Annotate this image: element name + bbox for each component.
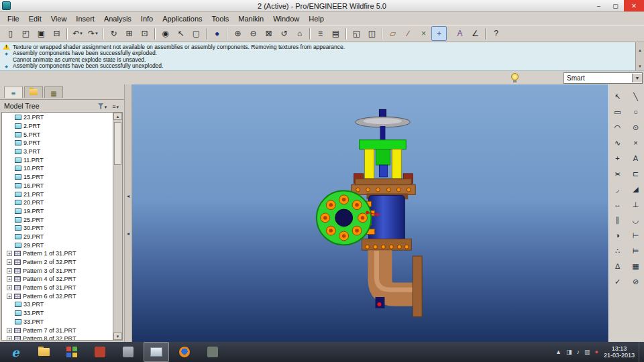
hint-bulb-icon[interactable] bbox=[511, 73, 519, 82]
save-button[interactable]: ▣ bbox=[34, 26, 49, 41]
menu-info[interactable]: Info bbox=[136, 14, 158, 23]
taskbar-proe-active[interactable] bbox=[144, 342, 169, 362]
collapse-panel-icon[interactable] bbox=[127, 226, 129, 238]
tree-item[interactable]: 23.PRT bbox=[2, 113, 113, 122]
line-button[interactable]: ╲ bbox=[628, 90, 643, 103]
tree-item[interactable]: 33.PRT bbox=[2, 300, 113, 309]
annotations-button[interactable]: A bbox=[452, 26, 468, 41]
parallel-button[interactable]: ∥ bbox=[610, 213, 625, 227]
tree-item[interactable]: 2.PRT bbox=[2, 122, 113, 131]
tree-item[interactable]: 5.PRT bbox=[2, 130, 113, 139]
tree-item[interactable]: 11.PRT bbox=[2, 156, 113, 164]
tree-item[interactable]: 20.PRT bbox=[2, 198, 113, 207]
tray-device-icon[interactable]: ◨ bbox=[566, 349, 572, 355]
expand-icon[interactable]: + bbox=[7, 251, 12, 256]
message-scrollbar[interactable] bbox=[635, 42, 644, 70]
selection-filter-dropdown[interactable]: Smart bbox=[564, 72, 643, 84]
constraints-button[interactable]: ⊨ bbox=[628, 244, 643, 257]
trim-button[interactable]: ⊢ bbox=[628, 229, 643, 242]
chamfer-button[interactable]: ◢ bbox=[628, 182, 643, 196]
valve-assembly-model[interactable] bbox=[132, 84, 608, 342]
close-button[interactable] bbox=[624, 0, 644, 11]
shaded-view-button[interactable]: ● bbox=[209, 26, 225, 41]
expand-icon[interactable]: + bbox=[7, 294, 12, 299]
tree-item[interactable]: 19.PRT bbox=[2, 207, 113, 216]
taskbar-app-gray[interactable] bbox=[200, 342, 225, 362]
open-file-button[interactable]: ◰ bbox=[18, 26, 34, 41]
coordinate-system-button[interactable]: + bbox=[610, 152, 625, 165]
taskbar-ie-browser[interactable] bbox=[3, 342, 28, 362]
valve-yoke[interactable] bbox=[360, 140, 407, 179]
scroll-up-icon[interactable] bbox=[638, 42, 642, 54]
menu-file[interactable]: File bbox=[3, 14, 24, 23]
scroll-down-icon[interactable] bbox=[638, 58, 642, 70]
tree-item[interactable]: 9.PRT bbox=[2, 139, 113, 147]
menu-help[interactable]: Help bbox=[304, 14, 329, 23]
taskbar-file-explorer[interactable] bbox=[31, 342, 56, 362]
tray-alert-icon[interactable]: ● bbox=[595, 349, 598, 355]
offset-button[interactable]: ≍ bbox=[610, 167, 625, 180]
tree-item[interactable]: +Pattern 3 of 31.PRT bbox=[2, 266, 113, 275]
rectangle-button[interactable]: ▭ bbox=[610, 105, 625, 119]
undo-button[interactable]: ↶▾ bbox=[70, 26, 85, 41]
regenerate-button[interactable]: ↻ bbox=[106, 26, 121, 41]
tree-item[interactable]: +Pattern 5 of 31.PRT bbox=[2, 284, 113, 292]
datum-axes-button[interactable]: ∕ bbox=[400, 26, 416, 41]
refit-button[interactable]: ⊠ bbox=[261, 26, 276, 41]
valve-handwheel[interactable] bbox=[356, 109, 411, 141]
paste-button[interactable]: ⊡ bbox=[137, 26, 152, 41]
context-help-button[interactable]: ? bbox=[488, 26, 504, 41]
tree-item[interactable]: 3.PRT bbox=[2, 147, 113, 156]
tangent-button[interactable]: ◡ bbox=[628, 213, 643, 227]
taskbar-app-red[interactable] bbox=[87, 342, 113, 362]
quit-button[interactable]: ⊘ bbox=[628, 275, 643, 288]
sketcher-button[interactable]: ∠ bbox=[468, 26, 483, 41]
expand-icon[interactable]: + bbox=[7, 285, 12, 290]
menu-window[interactable]: Window bbox=[268, 14, 304, 23]
menu-tools[interactable]: Tools bbox=[207, 14, 234, 23]
scroll-up-icon[interactable] bbox=[113, 113, 122, 120]
taskbar-app-tiles[interactable] bbox=[59, 342, 85, 362]
view-manager-button[interactable]: ▤ bbox=[328, 26, 343, 41]
maximize-button[interactable] bbox=[607, 0, 624, 11]
tree-item[interactable]: +Pattern 4 of 32.PRT bbox=[2, 275, 113, 284]
tree-item[interactable]: 29.PRT bbox=[2, 233, 113, 241]
tree-scrollbar[interactable] bbox=[113, 113, 122, 340]
3d-viewport[interactable] bbox=[132, 84, 608, 342]
tab-model-tree[interactable] bbox=[4, 86, 23, 98]
use-edge-button[interactable]: ⊏ bbox=[628, 167, 643, 180]
tree-settings-button[interactable] bbox=[109, 101, 121, 111]
point-button[interactable]: × bbox=[628, 136, 643, 149]
tree-item[interactable]: 21.PRT bbox=[2, 190, 113, 198]
tree-item[interactable]: +Pattern 2 of 32.PRT bbox=[2, 258, 113, 267]
spline-button[interactable]: ∿ bbox=[610, 136, 625, 149]
modify-button[interactable]: ∆ bbox=[610, 259, 625, 273]
show-desktop-button[interactable] bbox=[639, 342, 644, 362]
text-button[interactable]: A bbox=[628, 152, 643, 165]
panel-splitter[interactable] bbox=[125, 84, 132, 342]
tree-item[interactable]: +Pattern 8 of 32.PRT bbox=[2, 335, 113, 340]
taskbar-media-player[interactable] bbox=[172, 342, 197, 362]
taskbar-proe-files[interactable] bbox=[115, 342, 141, 362]
mirror-button[interactable]: ◑ bbox=[610, 229, 625, 242]
tree-filters-button[interactable] bbox=[95, 101, 110, 111]
inlet-flange[interactable] bbox=[317, 191, 372, 245]
datum-csys-button[interactable]: + bbox=[431, 26, 447, 41]
new-file-button[interactable]: ▯ bbox=[3, 26, 18, 41]
menu-manikin[interactable]: Manikin bbox=[233, 14, 268, 23]
copy-button[interactable]: ⊞ bbox=[121, 26, 137, 41]
menu-analysis[interactable]: Analysis bbox=[99, 14, 136, 23]
outlet-elbow-pipe[interactable] bbox=[375, 250, 422, 316]
tray-network-icon[interactable]: ▥ bbox=[584, 349, 590, 355]
layers-button[interactable]: ≡ bbox=[313, 26, 328, 41]
tab-folder-browser[interactable] bbox=[24, 86, 43, 98]
fillet-button[interactable]: ◞ bbox=[610, 182, 625, 196]
expand-icon[interactable]: + bbox=[7, 268, 12, 274]
redo-button[interactable]: ↷▾ bbox=[85, 26, 101, 41]
tree-item[interactable]: 33.PRT bbox=[2, 318, 113, 326]
perpendicular-button[interactable]: ⊥ bbox=[628, 198, 643, 211]
menu-insert[interactable]: Insert bbox=[71, 14, 99, 23]
arc-button[interactable]: ◠ bbox=[610, 121, 625, 134]
tree-item[interactable]: +Pattern 6 of 32.PRT bbox=[2, 292, 113, 300]
zoom-in-button[interactable]: ⊕ bbox=[230, 26, 246, 41]
